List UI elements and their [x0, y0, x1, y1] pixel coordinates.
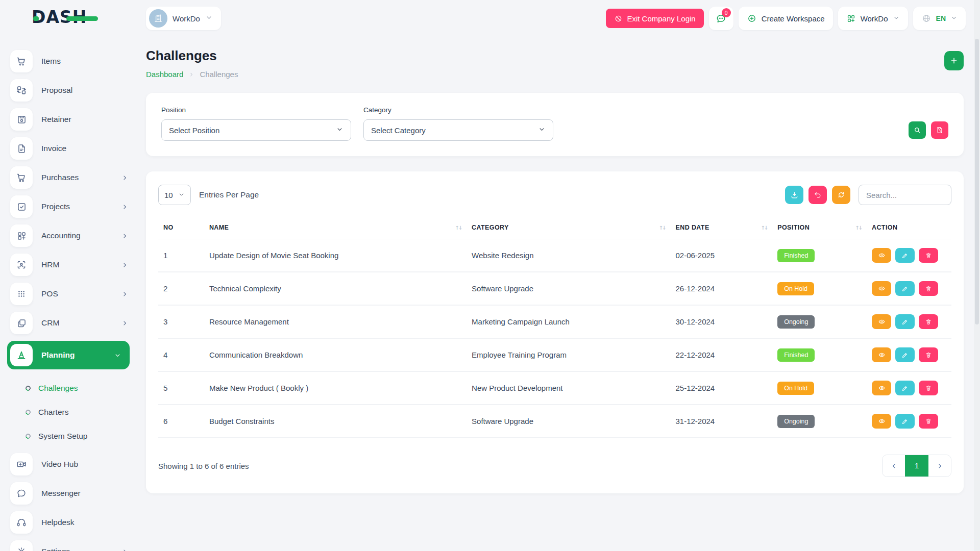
entries-per-page-select[interactable]: 10 — [158, 185, 191, 205]
sidebar-subitem-charters[interactable]: Charters — [10, 400, 129, 424]
cell-name: Update Design of Movie Seat Booking — [204, 239, 467, 272]
page-scrollbar[interactable] — [974, 0, 980, 551]
app-root: DASH WorkDo Exit Company Login 0 Create … — [0, 0, 980, 551]
view-button[interactable] — [872, 248, 891, 263]
sidebar-subitem-challenges[interactable]: Challenges — [10, 376, 129, 400]
ban-icon — [614, 14, 623, 23]
pencil-icon — [901, 352, 909, 359]
sort-icon[interactable]: ↑↓ — [455, 225, 461, 231]
export-button[interactable] — [785, 186, 803, 204]
apply-filter-button[interactable] — [909, 121, 926, 139]
topbar: DASH WorkDo Exit Company Login 0 Create … — [0, 0, 980, 37]
view-button[interactable] — [872, 314, 891, 329]
create-challenge-button[interactable] — [944, 51, 964, 70]
cell-no: 3 — [158, 305, 204, 338]
view-button[interactable] — [872, 414, 891, 429]
position-select[interactable]: Select Position — [161, 119, 351, 141]
table-row: 2 Technical Complexity Software Upgrade … — [158, 272, 951, 305]
sidebar-item-purchases[interactable]: Purchases — [10, 166, 129, 189]
refresh-button[interactable] — [832, 186, 850, 204]
status-badge: Finished — [777, 348, 815, 362]
sidebar-subitem-system-setup[interactable]: System Setup — [10, 424, 129, 448]
sidebar-item-hrm[interactable]: HRM — [10, 254, 129, 276]
sidebar-item-invoice[interactable]: Invoice — [10, 137, 129, 160]
delete-button[interactable] — [919, 414, 938, 429]
cell-end-date: 31-12-2024 — [670, 405, 772, 438]
edit-button[interactable] — [895, 281, 915, 296]
column-header-position[interactable]: POSITION↑↓ — [772, 216, 867, 239]
eye-icon — [878, 351, 886, 359]
category-select[interactable]: Select Category — [363, 119, 553, 141]
sort-icon[interactable]: ↑↓ — [761, 225, 767, 231]
chevron-right-icon — [121, 319, 129, 327]
column-header-name[interactable]: NAME↑↓ — [204, 216, 467, 239]
sidebar-item-crm[interactable]: CRM — [10, 312, 129, 334]
sort-icon[interactable]: ↑↓ — [855, 225, 862, 231]
category-filter-label: Category — [363, 106, 553, 114]
delete-button[interactable] — [919, 381, 938, 395]
cart-icon — [10, 50, 33, 72]
delete-button[interactable] — [919, 281, 938, 296]
sidebar-item-helpdesk[interactable]: Helpdesk — [10, 511, 129, 534]
table-search-input[interactable] — [859, 185, 951, 205]
column-header-category[interactable]: CATEGORY↑↓ — [467, 216, 670, 239]
language-dropdown[interactable]: EN — [913, 7, 966, 30]
delete-button[interactable] — [919, 347, 938, 362]
workdo-menu-dropdown[interactable]: WorkDo — [838, 7, 908, 30]
chevron-down-icon — [205, 14, 213, 23]
refresh-icon — [837, 191, 845, 199]
create-workspace-button[interactable]: Create Workspace — [739, 7, 833, 30]
ring-bullet-icon — [24, 385, 32, 392]
cell-end-date: 26-12-2024 — [670, 272, 772, 305]
sidebar-item-settings[interactable]: Settings — [10, 540, 129, 551]
swap-squares-icon — [10, 79, 33, 102]
sidebar-item-retainer[interactable]: Retainer — [10, 108, 129, 131]
view-button[interactable] — [872, 381, 891, 395]
edit-button[interactable] — [895, 314, 915, 329]
chevron-right-icon — [121, 290, 129, 298]
column-header-end-date[interactable]: END DATE↑↓ — [670, 216, 772, 239]
delete-button[interactable] — [919, 248, 938, 263]
file-icon — [10, 137, 33, 160]
edit-button[interactable] — [895, 248, 915, 263]
cell-end-date: 30-12-2024 — [670, 305, 772, 338]
breadcrumb-dashboard-link[interactable]: Dashboard — [146, 70, 183, 79]
cell-no: 5 — [158, 371, 204, 405]
globe-icon — [921, 13, 932, 23]
pagination-prev-button[interactable] — [883, 455, 905, 477]
chevron-right-icon — [936, 462, 944, 470]
pagination-current-page[interactable]: 1 — [905, 455, 928, 477]
floppy-disk-icon — [10, 108, 33, 131]
chevron-right-icon — [121, 203, 129, 211]
sidebar-item-planning[interactable]: Planning — [7, 341, 130, 369]
sort-icon[interactable]: ↑↓ — [659, 225, 666, 231]
view-button[interactable] — [872, 281, 891, 296]
edit-button[interactable] — [895, 381, 915, 395]
pagination-next-button[interactable] — [928, 455, 951, 477]
cell-no: 2 — [158, 272, 204, 305]
reset-filter-button[interactable] — [931, 121, 948, 139]
exit-company-login-button[interactable]: Exit Company Login — [606, 9, 703, 28]
trash-icon — [925, 318, 932, 325]
sidebar-item-items[interactable]: Items — [10, 50, 129, 72]
sidebar-item-accounting[interactable]: Accounting — [10, 224, 129, 247]
workspace-selector[interactable]: WorkDo — [146, 7, 221, 30]
delete-button[interactable] — [919, 314, 938, 329]
scrollbar-thumb[interactable] — [975, 39, 979, 324]
messages-button[interactable]: 0 — [709, 7, 733, 30]
check-square-icon — [10, 195, 33, 218]
page-header: Challenges Dashboard Challenges — [146, 48, 964, 79]
table-actions — [785, 185, 951, 205]
edit-button[interactable] — [895, 414, 915, 429]
chevron-down-icon — [950, 14, 958, 23]
sidebar-item-proposal[interactable]: Proposal — [10, 79, 129, 102]
sidebar-item-pos[interactable]: POS — [10, 283, 129, 305]
edit-button[interactable] — [895, 347, 915, 362]
view-button[interactable] — [872, 347, 891, 362]
ring-bullet-icon — [24, 433, 32, 440]
cart-icon — [10, 166, 33, 189]
sidebar-item-projects[interactable]: Projects — [10, 195, 129, 218]
sidebar-item-video-hub[interactable]: Video Hub — [10, 453, 129, 475]
sidebar-item-messenger[interactable]: Messenger — [10, 482, 129, 505]
undo-button[interactable] — [808, 186, 827, 204]
